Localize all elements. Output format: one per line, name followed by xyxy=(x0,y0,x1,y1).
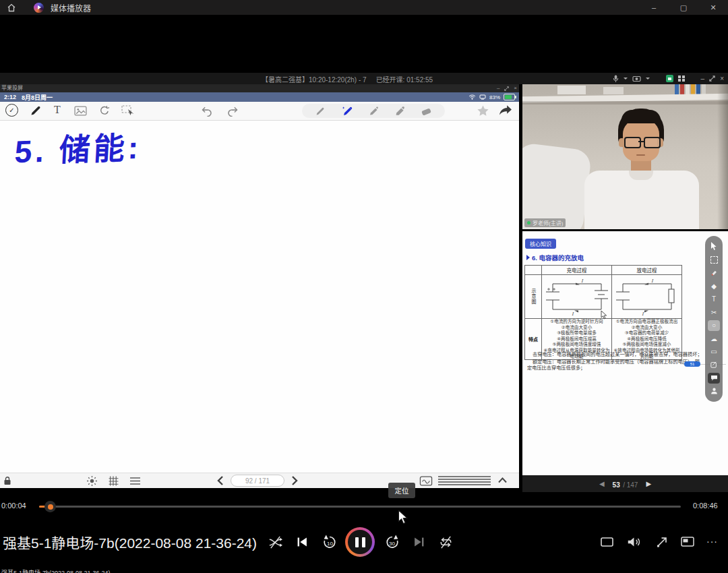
pause-button[interactable] xyxy=(345,527,375,557)
session-minimize-icon[interactable]: – xyxy=(701,73,705,84)
mini-player-button[interactable] xyxy=(601,537,613,547)
more-options-button[interactable]: ··· xyxy=(706,536,718,547)
maximize-button[interactable]: ▢ xyxy=(669,0,698,15)
collapse-up-icon[interactable] xyxy=(497,477,508,484)
layout-grid-icon[interactable] xyxy=(678,76,685,82)
forward-30-button[interactable]: 30 xyxy=(384,534,400,550)
seek-thumb[interactable] xyxy=(48,504,53,510)
rewind-10-button[interactable]: 10 xyxy=(322,534,338,550)
note-tool-icon[interactable] xyxy=(708,359,720,370)
check-circle-icon[interactable]: ✓ xyxy=(5,104,18,117)
minimize-button[interactable]: – xyxy=(639,0,669,15)
repeat-off-button[interactable] xyxy=(438,535,454,550)
locate-tooltip: 定位 xyxy=(388,483,415,498)
scrubber-lines-icon[interactable] xyxy=(438,481,491,483)
text-annotation-icon[interactable]: T xyxy=(708,294,720,305)
highlighter-tool-icon[interactable] xyxy=(708,268,720,278)
diagram-row-label: 示意图 xyxy=(525,275,542,319)
status-time: 2:12 xyxy=(4,94,16,100)
section-heading: 6. 电容器的充放电 xyxy=(526,253,584,262)
doc-page-total: / 147 xyxy=(623,481,638,489)
scrubber-lines-icon[interactable] xyxy=(438,479,491,480)
lines-icon[interactable] xyxy=(129,477,141,485)
doc-next-page-icon[interactable]: ▶ xyxy=(646,480,651,487)
eraser-tool-icon[interactable]: ◆ xyxy=(708,280,720,291)
whiteboard-bottom-bar: 92 / 171 xyxy=(0,473,519,488)
pencil-icon[interactable] xyxy=(315,106,326,117)
mouse-cursor-icon xyxy=(398,510,408,524)
chat-tool-icon[interactable] xyxy=(708,373,720,384)
rewind-10-label: 10 xyxy=(327,541,333,547)
pen-tool-icon[interactable] xyxy=(30,104,42,117)
fountain-pen-icon-selected[interactable] xyxy=(341,105,353,117)
ipad-status-bar: 2:12 8月8日周一 83% xyxy=(0,92,519,102)
media-player-window: 媒体播放器 – ▢ ✕ 【暑高二强基】10:20-12:20(2h) - 7 已… xyxy=(0,0,728,573)
eraser-icon[interactable] xyxy=(421,106,432,116)
previous-button[interactable] xyxy=(295,535,309,549)
presenter-fringe xyxy=(621,110,661,123)
favorite-star-icon[interactable] xyxy=(477,104,489,117)
shape-tool-icon[interactable]: ○ xyxy=(708,320,720,331)
grid-icon[interactable] xyxy=(108,475,119,487)
whiteboard-canvas[interactable]: 5. 储能: xyxy=(0,121,519,473)
wifi-icon xyxy=(468,94,476,100)
cursor-tool-icon[interactable] xyxy=(708,241,720,252)
undo-icon[interactable] xyxy=(200,105,213,117)
session-close-icon[interactable]: × xyxy=(720,73,724,84)
waveform-icon[interactable] xyxy=(419,476,433,486)
stamp-tool-icon[interactable]: ▭ xyxy=(708,346,720,357)
session-elapsed: 已经开课: 01:52:55 xyxy=(376,74,433,84)
session-expand-icon[interactable] xyxy=(709,76,715,82)
session-info: 【暑高二强基】10:20-12:20(2h) - 7 xyxy=(262,74,367,84)
scissors-tool-icon[interactable]: ✂ xyxy=(708,307,720,318)
image-tool-icon[interactable] xyxy=(74,106,87,116)
book-spine xyxy=(680,84,684,95)
book-spine xyxy=(686,84,690,95)
picture-in-picture-button[interactable] xyxy=(681,537,694,547)
next-button[interactable] xyxy=(412,535,427,549)
doc-prev-page-icon[interactable]: ◀ xyxy=(599,480,605,487)
close-button[interactable]: ✕ xyxy=(698,0,728,15)
glasses-lens xyxy=(644,137,661,148)
svg-text:I: I xyxy=(581,278,584,284)
page-indicator[interactable]: 92 / 171 xyxy=(231,475,284,487)
shape-rotate-icon[interactable] xyxy=(99,105,110,116)
open-external-button[interactable] xyxy=(655,536,668,548)
pause-bars-icon xyxy=(348,530,372,554)
camera-dropdown-icon[interactable] xyxy=(646,78,650,80)
home-icon[interactable] xyxy=(7,3,16,12)
scrubber-lines-icon[interactable] xyxy=(438,484,491,485)
lock-icon[interactable] xyxy=(3,476,11,485)
volume-button[interactable] xyxy=(626,536,641,548)
total-time: 0:08:46 xyxy=(693,502,718,510)
participants-tool-icon[interactable] xyxy=(708,386,720,396)
cloud-tool-icon[interactable]: ☁ xyxy=(708,333,720,344)
shirt-collar xyxy=(629,171,653,180)
select-tool-icon[interactable] xyxy=(121,105,135,117)
mic-icon[interactable] xyxy=(613,74,619,83)
seek-bar[interactable] xyxy=(39,506,681,508)
brightness-icon[interactable] xyxy=(86,475,98,487)
page-prev-icon[interactable] xyxy=(217,475,224,486)
ballpoint-pen-icon[interactable] xyxy=(368,106,379,117)
scrubber-lines-icon[interactable] xyxy=(438,476,491,477)
page-next-icon[interactable] xyxy=(291,475,298,486)
shuffle-off-button[interactable] xyxy=(268,535,283,550)
live-dot-icon xyxy=(527,221,530,224)
text-tool-icon[interactable]: T xyxy=(54,104,61,116)
screenshare-icon[interactable] xyxy=(666,75,673,82)
marker-pen-icon[interactable] xyxy=(394,106,405,117)
doc-slider-thumb[interactable]: 51 xyxy=(684,361,700,367)
camera-icon[interactable] xyxy=(632,76,641,82)
redo-icon[interactable] xyxy=(226,105,240,117)
table-corner-cell xyxy=(525,266,542,275)
select-area-tool-icon[interactable] xyxy=(708,254,720,265)
shelf-box xyxy=(557,86,586,94)
cast-minimize-icon[interactable]: – xyxy=(497,84,499,92)
cast-expand-icon[interactable] xyxy=(504,86,509,91)
pen-selector xyxy=(302,104,445,118)
cast-close-icon[interactable]: × xyxy=(514,84,517,92)
share-icon[interactable] xyxy=(498,104,512,116)
glasses-bridge xyxy=(638,141,644,142)
mic-dropdown-icon[interactable] xyxy=(624,78,628,80)
